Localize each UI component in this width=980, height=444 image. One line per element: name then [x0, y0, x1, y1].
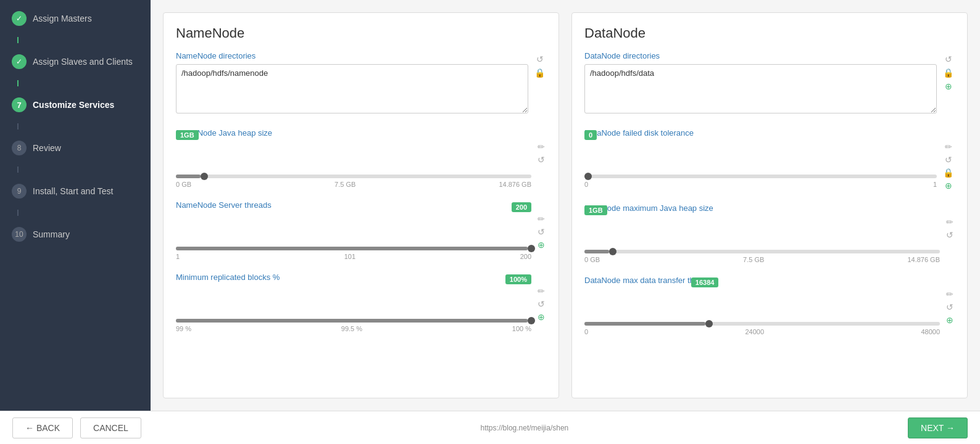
namenode-directories-reset-btn[interactable]: ↺	[535, 54, 545, 65]
datanode-disk-section: DataNode failed disk tolerance 0 0 1	[584, 128, 955, 191]
datanode-heap-edit-btn[interactable]: ✏	[945, 216, 955, 228]
datanode-heap-reset-btn[interactable]: ↺	[945, 229, 955, 240]
sidebar-item-label: Assign Slaves and Clients	[33, 57, 133, 67]
datanode-disk-edit-btn[interactable]: ✏	[944, 141, 953, 152]
namenode-blocks-track	[176, 319, 531, 323]
datanode-directories-row: DataNode directories ↺ 🔒 ⊕	[584, 51, 955, 116]
datanode-transfer-reset-btn[interactable]: ↺	[945, 302, 955, 313]
namenode-heap-actions: ✏ ↺	[536, 141, 546, 165]
namenode-blocks-reset-btn[interactable]: ↺	[536, 298, 546, 310]
datanode-disk-lock-btn[interactable]: 🔒	[942, 167, 955, 178]
namenode-threads-section: NameNode Server threads 200 1 101	[176, 200, 546, 260]
datanode-directories-add-btn[interactable]: ⊕	[944, 81, 953, 92]
datanode-title: DataNode	[584, 25, 955, 41]
datanode-directories-input[interactable]	[584, 64, 937, 113]
footer-url: https://blog.net/meijia/shen	[481, 424, 569, 432]
datanode-directories-lock-btn[interactable]: 🔒	[942, 67, 955, 78]
datanode-disk-track	[584, 175, 937, 178]
datanode-disk-badge: 0	[584, 130, 597, 140]
datanode-transfer-edit-btn[interactable]: ✏	[945, 289, 955, 300]
datanode-heap-thumb[interactable]	[609, 248, 617, 255]
namenode-card: NameNode NameNode directories ↺ 🔒 NameNo…	[163, 12, 559, 398]
datanode-transfer-add-btn[interactable]: ⊕	[945, 314, 955, 326]
namenode-threads-label: NameNode Server threads	[176, 200, 546, 210]
namenode-heap-fill	[176, 175, 201, 178]
datanode-directories-reset-btn[interactable]: ↺	[944, 54, 953, 65]
datanode-card: DataNode DataNode directories ↺ 🔒 ⊕ Data…	[571, 12, 968, 398]
namenode-heap-labels: 0 GB 7.5 GB 14.876 GB	[176, 181, 531, 188]
next-button[interactable]: NEXT →	[908, 417, 968, 438]
cancel-button[interactable]: CANCEL	[80, 417, 141, 438]
namenode-heap-thumb[interactable]	[201, 173, 208, 180]
connector-3	[17, 123, 19, 130]
namenode-blocks-labels: 99 % 99.5 % 100 %	[176, 325, 531, 332]
sidebar-item-label: Review	[33, 143, 61, 153]
namenode-heap-label: NameNode Java heap size	[176, 128, 546, 138]
step-icon-10: 10	[12, 227, 27, 242]
namenode-blocks-label: Minimum replicated blocks %	[176, 273, 546, 282]
namenode-blocks-section: Minimum replicated blocks % 100% 99 % 99…	[176, 273, 546, 332]
namenode-blocks-fill	[176, 319, 528, 323]
namenode-directories-input[interactable]	[176, 64, 528, 113]
connector-2	[17, 80, 19, 86]
datanode-directories-field: DataNode directories	[584, 51, 937, 116]
datanode-heap-actions: ✏ ↺	[945, 216, 955, 240]
namenode-threads-track	[176, 247, 531, 250]
sidebar-item-label: Summary	[33, 229, 70, 239]
datanode-transfer-actions: ✏ ↺ ⊕	[945, 289, 955, 326]
namenode-blocks-edit-btn[interactable]: ✏	[536, 286, 546, 297]
namenode-threads-actions: ✏ ↺ ⊕	[536, 213, 546, 250]
datanode-heap-labels: 0 GB 7.5 GB 14.876 GB	[584, 256, 940, 263]
sidebar-item-assign-masters[interactable]: ✓ Assign Masters	[0, 0, 151, 37]
sidebar-item-label: Install, Start and Test	[33, 186, 113, 196]
back-button[interactable]: ← BACK	[12, 417, 73, 438]
sidebar-item-assign-slaves[interactable]: ✓ Assign Slaves and Clients	[0, 43, 151, 80]
datanode-transfer-fill	[584, 322, 705, 326]
namenode-blocks-add-btn[interactable]: ⊕	[536, 311, 546, 323]
namenode-blocks-badge: 100%	[505, 274, 531, 284]
cards-row: NameNode NameNode directories ↺ 🔒 NameNo…	[163, 12, 968, 398]
namenode-heap-edit-btn[interactable]: ✏	[536, 141, 546, 152]
datanode-disk-labels: 0 1	[584, 181, 937, 188]
namenode-blocks-thumb[interactable]	[528, 317, 535, 324]
step-icon-8: 8	[12, 141, 27, 155]
datanode-heap-badge: 1GB	[584, 205, 607, 215]
datanode-disk-actions: ✏ ↺ 🔒 ⊕	[942, 141, 955, 191]
sidebar-item-install[interactable]: 9 Install, Start and Test	[0, 173, 151, 210]
connector-5	[17, 210, 19, 216]
sidebar-item-summary[interactable]: 10 Summary	[0, 216, 151, 253]
sidebar-item-review[interactable]: 8 Review	[0, 130, 151, 166]
datanode-heap-label: DataNode maximum Java heap size	[584, 204, 955, 213]
namenode-threads-thumb[interactable]	[528, 245, 535, 252]
namenode-directories-lock-btn[interactable]: 🔒	[533, 67, 546, 78]
datanode-transfer-section: DataNode max data transfer threads 16384…	[584, 276, 955, 335]
datanode-transfer-track	[584, 322, 940, 326]
connector-1	[17, 37, 19, 43]
namenode-directories-row: NameNode directories ↺ 🔒	[176, 51, 546, 116]
datanode-heap-section: DataNode maximum Java heap size 1GB 0 GB…	[584, 204, 955, 263]
datanode-transfer-label: DataNode max data transfer threads	[584, 276, 955, 285]
sidebar-item-label: Customize Services	[33, 100, 114, 110]
namenode-threads-reset-btn[interactable]: ↺	[536, 226, 546, 237]
sidebar-item-label: Assign Masters	[33, 14, 92, 23]
datanode-disk-thumb[interactable]	[584, 173, 592, 180]
namenode-threads-add-btn[interactable]: ⊕	[536, 239, 546, 250]
namenode-blocks-actions: ✏ ↺ ⊕	[536, 286, 546, 323]
step-icon-2: ✓	[12, 54, 27, 69]
sidebar: ✓ Assign Masters ✓ Assign Slaves and Cli…	[0, 0, 151, 444]
datanode-directories-actions: ↺ 🔒 ⊕	[942, 51, 955, 92]
datanode-directories-label: DataNode directories	[584, 51, 937, 60]
namenode-heap-track	[176, 175, 531, 178]
sidebar-item-customize-services[interactable]: 7 Customize Services	[0, 86, 151, 123]
namenode-threads-labels: 1 101 200	[176, 253, 531, 260]
footer: ← BACK CANCEL https://blog.net/meijia/sh…	[0, 411, 980, 444]
datanode-disk-reset-btn[interactable]: ↺	[944, 154, 953, 165]
datanode-transfer-thumb[interactable]	[705, 320, 713, 327]
step-icon-1: ✓	[12, 11, 27, 26]
datanode-heap-fill	[584, 250, 609, 253]
namenode-threads-edit-btn[interactable]: ✏	[536, 213, 546, 224]
datanode-disk-add-btn[interactable]: ⊕	[944, 180, 953, 191]
datanode-disk-label: DataNode failed disk tolerance	[584, 128, 955, 138]
namenode-heap-reset-btn[interactable]: ↺	[536, 154, 546, 165]
step-icon-7: 7	[12, 97, 27, 112]
